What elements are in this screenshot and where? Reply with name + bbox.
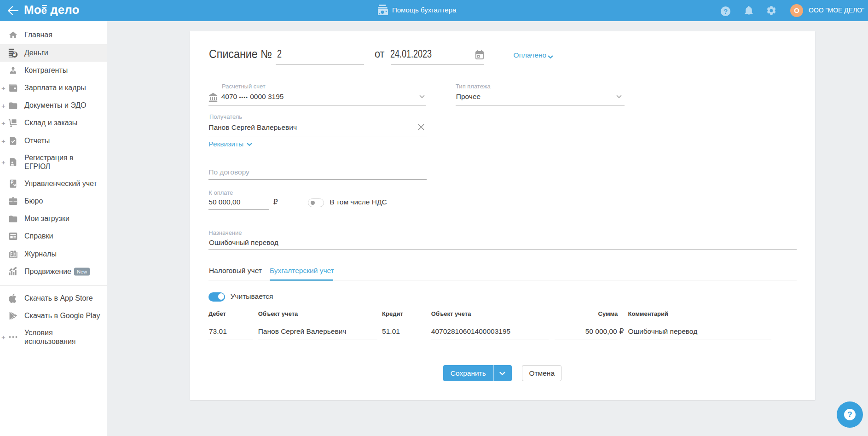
svg-text:₽: ₽	[13, 52, 16, 57]
svg-text:₽: ₽	[11, 180, 14, 185]
